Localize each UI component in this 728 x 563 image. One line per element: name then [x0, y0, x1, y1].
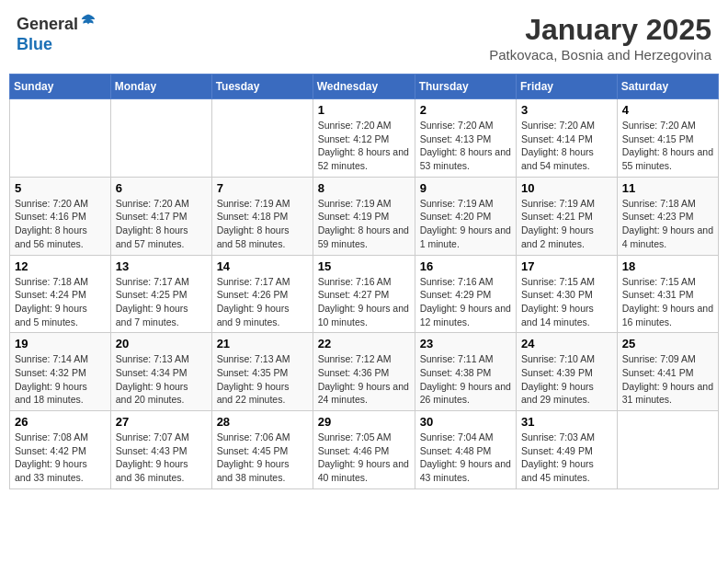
- calendar-cell: 16Sunrise: 7:16 AM Sunset: 4:29 PM Dayli…: [415, 255, 516, 333]
- day-number: 29: [318, 415, 410, 429]
- day-number: 7: [217, 181, 308, 195]
- calendar-cell: 2Sunrise: 7:20 AM Sunset: 4:13 PM Daylig…: [415, 99, 516, 178]
- day-info: Sunrise: 7:15 AM Sunset: 4:31 PM Dayligh…: [622, 275, 713, 329]
- day-info: Sunrise: 7:18 AM Sunset: 4:24 PM Dayligh…: [15, 275, 106, 329]
- day-header-friday: Friday: [517, 75, 618, 99]
- day-number: 13: [116, 259, 207, 273]
- day-number: 17: [521, 259, 612, 273]
- calendar-week-4: 19Sunrise: 7:14 AM Sunset: 4:32 PM Dayli…: [10, 333, 719, 411]
- calendar-cell: 17Sunrise: 7:15 AM Sunset: 4:30 PM Dayli…: [517, 255, 618, 333]
- title-block: January 2025 Patkovaca, Bosnia and Herze…: [489, 13, 711, 63]
- calendar-cell: [211, 99, 313, 178]
- logo-bird-icon: [80, 13, 97, 29]
- day-number: 3: [521, 103, 612, 117]
- calendar-cell: 26Sunrise: 7:08 AM Sunset: 4:42 PM Dayli…: [10, 411, 111, 489]
- day-number: 22: [318, 337, 410, 350]
- calendar-cell: 25Sunrise: 7:09 AM Sunset: 4:41 PM Dayli…: [617, 333, 718, 411]
- day-info: Sunrise: 7:06 AM Sunset: 4:45 PM Dayligh…: [217, 431, 308, 485]
- calendar-cell: 3Sunrise: 7:20 AM Sunset: 4:14 PM Daylig…: [517, 99, 618, 178]
- day-info: Sunrise: 7:20 AM Sunset: 4:13 PM Dayligh…: [420, 119, 511, 173]
- calendar-week-3: 12Sunrise: 7:18 AM Sunset: 4:24 PM Dayli…: [10, 255, 719, 333]
- day-info: Sunrise: 7:07 AM Sunset: 4:43 PM Dayligh…: [116, 431, 207, 485]
- calendar-cell: 10Sunrise: 7:19 AM Sunset: 4:21 PM Dayli…: [517, 177, 618, 255]
- day-info: Sunrise: 7:16 AM Sunset: 4:29 PM Dayligh…: [420, 275, 511, 329]
- day-info: Sunrise: 7:19 AM Sunset: 4:20 PM Dayligh…: [420, 197, 511, 251]
- day-number: 20: [116, 337, 207, 350]
- day-number: 27: [116, 415, 207, 429]
- calendar-cell: 1Sunrise: 7:20 AM Sunset: 4:12 PM Daylig…: [313, 99, 415, 178]
- day-number: 26: [15, 415, 106, 429]
- month-title: January 2025: [489, 13, 711, 47]
- day-number: 1: [318, 103, 410, 117]
- day-info: Sunrise: 7:18 AM Sunset: 4:23 PM Dayligh…: [622, 197, 713, 251]
- day-info: Sunrise: 7:16 AM Sunset: 4:27 PM Dayligh…: [318, 275, 410, 329]
- calendar-cell: 24Sunrise: 7:10 AM Sunset: 4:39 PM Dayli…: [517, 333, 618, 411]
- day-number: 9: [420, 181, 511, 195]
- day-info: Sunrise: 7:20 AM Sunset: 4:16 PM Dayligh…: [15, 197, 106, 251]
- day-info: Sunrise: 7:04 AM Sunset: 4:48 PM Dayligh…: [420, 431, 511, 485]
- day-info: Sunrise: 7:20 AM Sunset: 4:14 PM Dayligh…: [521, 119, 612, 173]
- calendar-cell: 14Sunrise: 7:17 AM Sunset: 4:26 PM Dayli…: [211, 255, 313, 333]
- calendar-cell: 13Sunrise: 7:17 AM Sunset: 4:25 PM Dayli…: [110, 255, 211, 333]
- calendar-cell: [10, 99, 111, 178]
- calendar-cell: 22Sunrise: 7:12 AM Sunset: 4:36 PM Dayli…: [313, 333, 415, 411]
- calendar-week-2: 5Sunrise: 7:20 AM Sunset: 4:16 PM Daylig…: [10, 177, 719, 255]
- day-info: Sunrise: 7:13 AM Sunset: 4:34 PM Dayligh…: [116, 352, 207, 407]
- day-header-tuesday: Tuesday: [211, 75, 313, 99]
- day-info: Sunrise: 7:20 AM Sunset: 4:15 PM Dayligh…: [622, 119, 713, 173]
- day-info: Sunrise: 7:03 AM Sunset: 4:49 PM Dayligh…: [521, 431, 612, 485]
- day-number: 15: [318, 259, 410, 273]
- calendar-cell: 21Sunrise: 7:13 AM Sunset: 4:35 PM Dayli…: [211, 333, 313, 411]
- logo-general: General: [17, 15, 78, 33]
- calendar-cell: 28Sunrise: 7:06 AM Sunset: 4:45 PM Dayli…: [211, 411, 313, 489]
- day-number: 4: [622, 103, 713, 117]
- calendar-cell: 6Sunrise: 7:20 AM Sunset: 4:17 PM Daylig…: [110, 177, 211, 255]
- day-info: Sunrise: 7:05 AM Sunset: 4:46 PM Dayligh…: [318, 431, 410, 485]
- calendar-cell: 12Sunrise: 7:18 AM Sunset: 4:24 PM Dayli…: [10, 255, 111, 333]
- calendar-header-row: SundayMondayTuesdayWednesdayThursdayFrid…: [10, 75, 719, 99]
- day-number: 16: [420, 259, 511, 273]
- day-number: 11: [622, 181, 713, 195]
- day-info: Sunrise: 7:12 AM Sunset: 4:36 PM Dayligh…: [318, 352, 410, 407]
- day-number: 31: [521, 415, 612, 429]
- calendar-cell: [617, 411, 718, 489]
- day-number: 12: [15, 259, 106, 273]
- calendar-cell: [110, 99, 211, 178]
- calendar-cell: 18Sunrise: 7:15 AM Sunset: 4:31 PM Dayli…: [617, 255, 718, 333]
- day-number: 19: [15, 337, 106, 350]
- calendar-cell: 29Sunrise: 7:05 AM Sunset: 4:46 PM Dayli…: [313, 411, 415, 489]
- day-number: 30: [420, 415, 511, 429]
- logo: General Blue: [17, 13, 97, 54]
- day-header-thursday: Thursday: [415, 75, 516, 99]
- day-info: Sunrise: 7:17 AM Sunset: 4:26 PM Dayligh…: [217, 275, 308, 329]
- day-number: 24: [521, 337, 612, 350]
- day-number: 8: [318, 181, 410, 195]
- day-info: Sunrise: 7:20 AM Sunset: 4:12 PM Dayligh…: [318, 119, 410, 173]
- calendar-cell: 23Sunrise: 7:11 AM Sunset: 4:38 PM Dayli…: [415, 333, 516, 411]
- calendar-week-1: 1Sunrise: 7:20 AM Sunset: 4:12 PM Daylig…: [10, 99, 719, 178]
- calendar-cell: 11Sunrise: 7:18 AM Sunset: 4:23 PM Dayli…: [617, 177, 718, 255]
- day-info: Sunrise: 7:10 AM Sunset: 4:39 PM Dayligh…: [521, 352, 612, 407]
- calendar-cell: 7Sunrise: 7:19 AM Sunset: 4:18 PM Daylig…: [211, 177, 313, 255]
- calendar-week-5: 26Sunrise: 7:08 AM Sunset: 4:42 PM Dayli…: [10, 411, 719, 489]
- day-info: Sunrise: 7:17 AM Sunset: 4:25 PM Dayligh…: [116, 275, 207, 329]
- day-info: Sunrise: 7:20 AM Sunset: 4:17 PM Dayligh…: [116, 197, 207, 251]
- day-number: 6: [116, 181, 207, 195]
- day-info: Sunrise: 7:19 AM Sunset: 4:18 PM Dayligh…: [217, 197, 308, 251]
- calendar-cell: 4Sunrise: 7:20 AM Sunset: 4:15 PM Daylig…: [617, 99, 718, 178]
- location: Patkovaca, Bosnia and Herzegovina: [489, 47, 711, 63]
- calendar-cell: 27Sunrise: 7:07 AM Sunset: 4:43 PM Dayli…: [110, 411, 211, 489]
- day-info: Sunrise: 7:11 AM Sunset: 4:38 PM Dayligh…: [420, 352, 511, 407]
- day-number: 25: [622, 337, 713, 350]
- logo-text: General Blue: [17, 13, 97, 54]
- day-number: 28: [217, 415, 308, 429]
- day-number: 18: [622, 259, 713, 273]
- calendar-cell: 5Sunrise: 7:20 AM Sunset: 4:16 PM Daylig…: [10, 177, 111, 255]
- calendar-cell: 31Sunrise: 7:03 AM Sunset: 4:49 PM Dayli…: [517, 411, 618, 489]
- day-number: 21: [217, 337, 308, 350]
- calendar-table: SundayMondayTuesdayWednesdayThursdayFrid…: [9, 74, 719, 489]
- day-info: Sunrise: 7:15 AM Sunset: 4:30 PM Dayligh…: [521, 275, 612, 329]
- day-info: Sunrise: 7:08 AM Sunset: 4:42 PM Dayligh…: [15, 431, 106, 485]
- day-number: 14: [217, 259, 308, 273]
- day-info: Sunrise: 7:19 AM Sunset: 4:21 PM Dayligh…: [521, 197, 612, 251]
